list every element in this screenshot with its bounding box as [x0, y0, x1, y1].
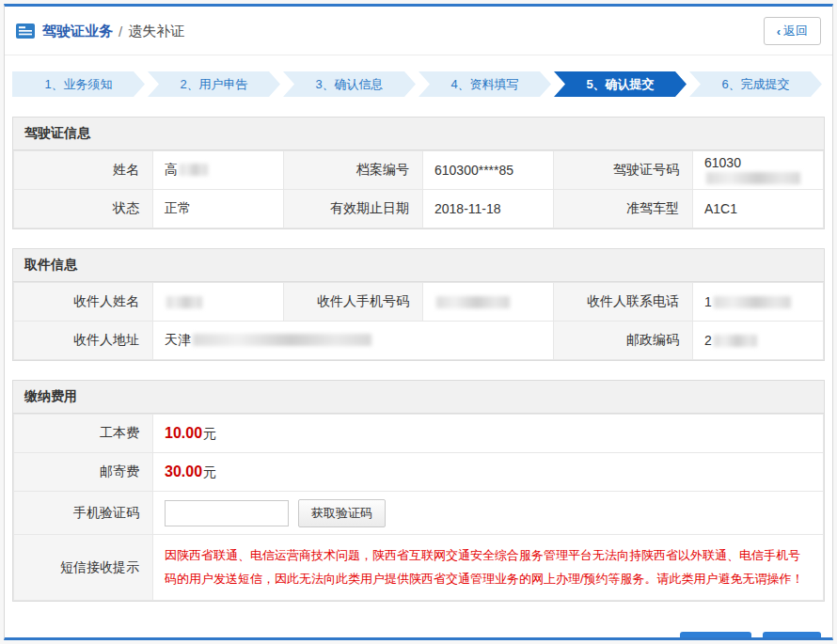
table-row: 收件人姓名 收件人手机号码 收件人联系电话 1: [14, 283, 824, 322]
redacted-recipient-name: [166, 296, 202, 308]
redacted-recipient-address: [193, 334, 371, 346]
production-fee-label: 工本费: [14, 415, 153, 453]
tab-step-2-declaration[interactable]: 2、用户申告: [148, 71, 280, 97]
sms-notice-label: 短信接收提示: [14, 535, 153, 601]
step-tabs: 1、业务须知 2、用户申告 3、确认信息 4、资料填写 5、确认提交 6、完成提…: [12, 71, 825, 97]
tab-step-6-complete[interactable]: 6、完成提交: [689, 71, 822, 97]
mailing-fee-amount: 30.00: [165, 463, 202, 479]
status-value: 正常: [153, 190, 284, 228]
file-number-value: 610300****85: [423, 151, 554, 190]
back-label: 返回: [783, 23, 808, 39]
vehicle-type-value: A1C1: [693, 190, 824, 228]
production-fee-unit: 元: [203, 426, 216, 441]
table-row: 手机验证码 获取验证码: [14, 492, 824, 535]
breadcrumb-separator: /: [118, 24, 122, 39]
redacted-postal-code: [714, 335, 757, 347]
postal-code-text: 2: [704, 333, 712, 348]
recipient-mobile-label: 收件人手机号码: [284, 283, 423, 322]
file-number-label: 档案编号: [284, 151, 423, 190]
back-button[interactable]: ‹ 返回: [764, 17, 821, 45]
sms-code-label: 手机验证码: [14, 492, 153, 535]
redacted-recipient-phone: [714, 296, 791, 308]
sms-code-input[interactable]: [165, 500, 289, 526]
page-subtitle: 遗失补证: [128, 23, 184, 40]
section-license-info: 驾驶证信息 姓名 高 档案编号 610300****85 驾驶证号码 61030…: [12, 117, 825, 229]
page-title: 驾驶证业务: [42, 23, 113, 40]
vehicle-type-label: 准驾车型: [554, 190, 693, 228]
tab-step-4-fill-data[interactable]: 4、资料填写: [418, 71, 551, 97]
table-row: 状态 正常 有效期止日期 2018-11-18 准驾车型 A1C1: [14, 190, 824, 228]
tab-step-3-confirm-info[interactable]: 3、确认信息: [283, 71, 416, 97]
recipient-name-value: [153, 283, 284, 322]
tab-step-1-notice[interactable]: 1、业务须知: [12, 71, 145, 97]
page-container: 驾驶证业务 / 遗失补证 ‹ 返回 1、业务须知 2、用户申告 3、确认信息 4…: [4, 4, 833, 640]
mailing-fee-label: 邮寄费: [14, 453, 153, 492]
license-number-text: 61030: [704, 155, 741, 170]
header: 驾驶证业务 / 遗失补证 ‹ 返回: [5, 7, 832, 55]
recipient-phone-text: 1: [704, 294, 712, 309]
table-row: 工本费 10.00元: [14, 415, 824, 453]
status-label: 状态: [14, 190, 153, 228]
postal-code-value: 2: [693, 322, 824, 360]
table-row: 姓名 高 档案编号 610300****85 驾驶证号码 61030: [14, 151, 824, 190]
table-row: 收件人地址 天津 邮政编码 2: [14, 322, 824, 360]
table-row: 邮寄费 30.00元: [14, 453, 824, 492]
expiry-label: 有效期止日期: [284, 190, 423, 228]
fees-table: 工本费 10.00元 邮寄费 30.00元 手机验证码 获取验证码 短信接收提: [13, 414, 824, 601]
name-value: 高: [153, 151, 284, 190]
chevron-left-icon: ‹: [777, 24, 781, 39]
sms-code-value: 获取验证码: [153, 492, 824, 535]
previous-step-button[interactable]: 上一步: [680, 632, 751, 640]
license-number-label: 驾驶证号码: [554, 151, 693, 190]
get-sms-code-button[interactable]: 获取验证码: [298, 499, 386, 527]
section-pickup-info: 取件信息 收件人姓名 收件人手机号码 收件人联系电话 1 收件人地: [12, 248, 825, 361]
license-business-icon: [16, 24, 35, 39]
recipient-phone-value: 1: [693, 283, 824, 322]
license-table: 姓名 高 档案编号 610300****85 驾驶证号码 61030 状态 正常…: [13, 150, 824, 228]
recipient-address-text: 天津: [165, 332, 191, 347]
finish-button[interactable]: 完成: [763, 632, 821, 640]
license-number-value: 61030: [693, 151, 824, 190]
production-fee-value: 10.00元: [153, 415, 824, 453]
recipient-phone-label: 收件人联系电话: [554, 283, 693, 322]
redacted-license-number: [706, 172, 800, 184]
redacted-recipient-mobile: [436, 296, 510, 308]
tab-step-5-confirm-submit[interactable]: 5、确认提交: [554, 71, 687, 97]
fees-section-title: 缴纳费用: [13, 381, 824, 414]
mailing-fee-unit: 元: [203, 464, 216, 479]
sms-notice-text: 因陕西省联通、电信运营商技术问题，陕西省互联网交通安全综合服务管理平台无法向持陕…: [165, 544, 810, 590]
section-fees: 缴纳费用 工本费 10.00元 邮寄费 30.00元 手机验证码: [12, 380, 825, 602]
production-fee-amount: 10.00: [165, 425, 202, 441]
table-row: 短信接收提示 因陕西省联通、电信运营商技术问题，陕西省互联网交通安全综合服务管理…: [14, 535, 824, 601]
bottom-actions: 上一步 完成: [5, 620, 832, 640]
postal-code-label: 邮政编码: [554, 322, 693, 360]
recipient-mobile-value: [423, 283, 554, 322]
pickup-table: 收件人姓名 收件人手机号码 收件人联系电话 1 收件人地址 天津 邮政编码: [13, 282, 824, 360]
recipient-address-value: 天津: [153, 322, 554, 360]
mailing-fee-value: 30.00元: [153, 453, 824, 492]
recipient-address-label: 收件人地址: [14, 322, 153, 360]
name-label: 姓名: [14, 151, 153, 190]
recipient-name-label: 收件人姓名: [14, 283, 153, 322]
name-text: 高: [165, 162, 178, 177]
pickup-section-title: 取件信息: [13, 249, 824, 282]
license-section-title: 驾驶证信息: [13, 118, 824, 150]
sms-notice-value: 因陕西省联通、电信运营商技术问题，陕西省互联网交通安全综合服务管理平台无法向持陕…: [153, 535, 824, 601]
redacted-name: [180, 164, 208, 176]
expiry-value: 2018-11-18: [423, 190, 554, 228]
